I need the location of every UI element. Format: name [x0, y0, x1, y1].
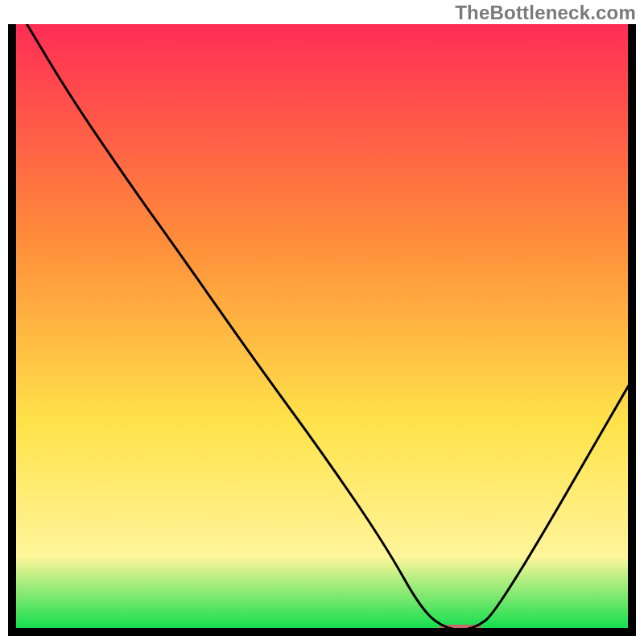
watermark-text: TheBottleneck.com: [455, 2, 636, 24]
bottleneck-plot: [8, 24, 636, 636]
chart-container: TheBottleneck.com: [0, 0, 644, 644]
gradient-background: [8, 24, 636, 636]
chart-svg: [8, 24, 636, 636]
